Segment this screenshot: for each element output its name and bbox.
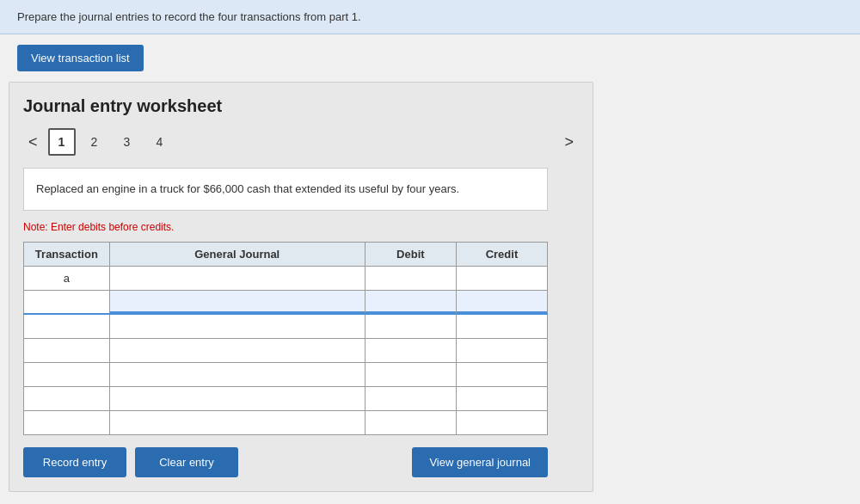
- table-row: [24, 362, 548, 386]
- general-journal-input[interactable]: [110, 411, 365, 434]
- transaction-cell: [24, 386, 110, 410]
- view-transaction-button[interactable]: View transaction list: [17, 45, 144, 71]
- header-transaction: Transaction: [24, 242, 110, 266]
- debit-cell[interactable]: [365, 386, 456, 410]
- general-journal-input[interactable]: [110, 267, 365, 290]
- header-general-journal: General Journal: [109, 242, 365, 266]
- table-row: [24, 290, 548, 314]
- general-journal-input[interactable]: [110, 363, 365, 386]
- debit-cell[interactable]: [365, 290, 456, 314]
- general-journal-cell[interactable]: [109, 410, 365, 434]
- debit-cell[interactable]: [365, 338, 456, 362]
- general-journal-input[interactable]: [110, 339, 365, 362]
- credit-cell[interactable]: [456, 410, 547, 434]
- scenario-box: Replaced an engine in a truck for $66,00…: [23, 168, 548, 211]
- general-journal-cell[interactable]: [109, 338, 365, 362]
- credit-input[interactable]: [457, 267, 547, 290]
- prev-tab-arrow[interactable]: <: [23, 132, 43, 153]
- instruction-bar: Prepare the journal entries to record th…: [0, 0, 860, 34]
- tab-2[interactable]: 2: [81, 128, 108, 156]
- note-text: Note: Enter debits before credits.: [23, 221, 579, 233]
- transaction-cell: [24, 362, 110, 386]
- credit-input[interactable]: [457, 411, 547, 434]
- table-row: [24, 338, 548, 362]
- table-row: [24, 386, 548, 410]
- credit-cell[interactable]: [456, 386, 547, 410]
- debit-input[interactable]: [366, 363, 456, 386]
- header-debit: Debit: [365, 242, 456, 266]
- debit-cell[interactable]: [365, 410, 456, 434]
- transaction-cell: [24, 314, 110, 338]
- general-journal-input[interactable]: [110, 387, 365, 410]
- scenario-text: Replaced an engine in a truck for $66,00…: [36, 182, 459, 195]
- debit-input[interactable]: [366, 315, 456, 338]
- journal-table: Transaction General Journal Debit Credit…: [23, 242, 548, 435]
- debit-cell[interactable]: [365, 314, 456, 338]
- general-journal-cell[interactable]: [109, 266, 365, 290]
- view-general-journal-button[interactable]: View general journal: [412, 447, 548, 477]
- debit-input[interactable]: [366, 339, 456, 362]
- table-row: [24, 410, 548, 434]
- tab-navigation: < 1 2 3 4 >: [23, 128, 579, 156]
- credit-input[interactable]: [457, 363, 547, 386]
- transaction-cell: [24, 410, 110, 434]
- record-entry-button[interactable]: Record entry: [23, 447, 126, 477]
- credit-cell[interactable]: [456, 362, 547, 386]
- table-row: a: [24, 266, 548, 290]
- header-credit: Credit: [456, 242, 547, 266]
- credit-cell[interactable]: [456, 290, 547, 314]
- credit-input[interactable]: [457, 315, 547, 338]
- credit-input[interactable]: [457, 339, 547, 362]
- general-journal-input[interactable]: [110, 315, 365, 338]
- debit-cell[interactable]: [365, 362, 456, 386]
- general-journal-cell[interactable]: [109, 290, 365, 314]
- general-journal-input[interactable]: [110, 291, 365, 314]
- button-row: Record entry Clear entry View general jo…: [23, 447, 548, 477]
- debit-input[interactable]: [366, 291, 456, 314]
- tab-3[interactable]: 3: [114, 128, 141, 156]
- tab-4[interactable]: 4: [146, 128, 174, 156]
- worksheet-title: Journal entry worksheet: [23, 96, 579, 116]
- credit-cell[interactable]: [456, 314, 547, 338]
- general-journal-cell[interactable]: [109, 314, 365, 338]
- transaction-cell: a: [24, 266, 110, 290]
- debit-cell[interactable]: [365, 266, 456, 290]
- credit-cell[interactable]: [456, 266, 547, 290]
- next-tab-arrow[interactable]: >: [559, 132, 579, 153]
- credit-cell[interactable]: [456, 338, 547, 362]
- credit-input[interactable]: [457, 291, 547, 314]
- table-row: [24, 314, 548, 338]
- general-journal-cell[interactable]: [109, 362, 365, 386]
- general-journal-cell[interactable]: [109, 386, 365, 410]
- debit-input[interactable]: [366, 267, 456, 290]
- credit-input[interactable]: [457, 387, 547, 410]
- instruction-text: Prepare the journal entries to record th…: [17, 10, 361, 23]
- transaction-cell: [24, 290, 110, 314]
- worksheet-container: Journal entry worksheet < 1 2 3 4 > Repl…: [9, 82, 593, 492]
- transaction-cell: [24, 338, 110, 362]
- clear-entry-button[interactable]: Clear entry: [135, 447, 238, 477]
- tab-1[interactable]: 1: [48, 128, 76, 156]
- debit-input[interactable]: [366, 411, 456, 434]
- debit-input[interactable]: [366, 387, 456, 410]
